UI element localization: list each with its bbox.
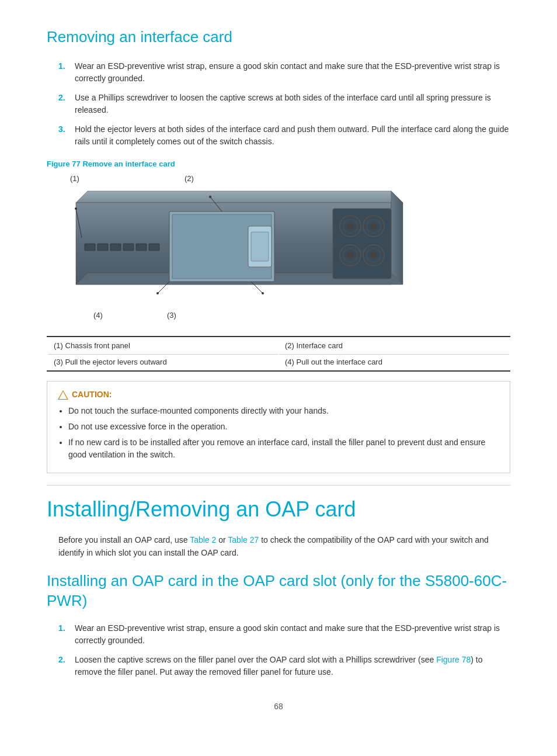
section-divider xyxy=(47,485,510,485)
step-1: 1. Wear an ESD-preventive wrist strap, e… xyxy=(58,60,510,85)
svg-point-26 xyxy=(370,252,377,259)
legend-col2-1: (2) Interface card xyxy=(279,338,509,353)
svg-marker-2 xyxy=(391,191,403,285)
svg-point-20 xyxy=(370,223,377,230)
svg-point-17 xyxy=(347,223,354,230)
svg-point-28 xyxy=(75,207,77,210)
step-2-num: 2. xyxy=(58,92,65,104)
legend-row-1: (1) Chassis front panel (2) Interface ca… xyxy=(48,338,509,353)
svg-marker-0 xyxy=(76,191,403,203)
svg-point-32 xyxy=(262,292,264,294)
intro-text-before: Before you install an OAP card, use xyxy=(58,535,190,545)
label-3: (3) xyxy=(167,311,176,320)
figure-container: Figure 77 Remove an interface card (1) (… xyxy=(47,159,510,372)
figure-top-labels: (1) (2) xyxy=(70,174,415,183)
step-2: 2. Use a Phillips screwdriver to loosen … xyxy=(58,92,510,116)
caution-item-2: Do not use excessive force in the operat… xyxy=(68,421,499,433)
legend-col1-1: (1) Chassis front panel xyxy=(48,338,278,353)
step-s3-2-num: 2. xyxy=(58,654,65,666)
figure-caption: Figure 77 Remove an interface card xyxy=(47,159,510,168)
legend-col2-2: (4) Pull out the interface card xyxy=(279,354,509,369)
legend-table: (1) Chassis front panel (2) Interface ca… xyxy=(47,336,510,372)
figure-bottom-labels: (4) (3) xyxy=(93,311,415,320)
figure78-link[interactable]: Figure 78 xyxy=(436,655,471,664)
label-2: (2) xyxy=(184,174,194,183)
steps-list-1: 1. Wear an ESD-preventive wrist strap, e… xyxy=(58,60,510,148)
label-4: (4) xyxy=(93,311,103,320)
figure-svg xyxy=(64,185,415,308)
step-s3-2: 2. Loosen the captive screws on the fill… xyxy=(58,654,510,678)
caution-box: CAUTION: Do not touch the surface-mounte… xyxy=(47,381,510,473)
svg-point-34 xyxy=(156,292,159,294)
caution-title: CAUTION: xyxy=(58,390,499,399)
step-s3-1-num: 1. xyxy=(58,622,65,634)
svg-rect-6 xyxy=(110,244,121,251)
section2-intro: Before you install an OAP card, use Tabl… xyxy=(58,533,510,560)
intro-or: or xyxy=(216,535,228,545)
caution-triangle-icon xyxy=(58,390,68,400)
section3-title: Installing an OAP card in the OAP card s… xyxy=(47,571,510,611)
legend-col1-2: (3) Pull the ejector levers outward xyxy=(48,354,278,369)
caution-item-1: Do not touch the surface-mounted compone… xyxy=(68,405,499,417)
page-number: 68 xyxy=(47,702,510,711)
table2-link[interactable]: Table 2 xyxy=(190,535,216,545)
page: Removing an interface card 1. Wear an ES… xyxy=(0,0,557,756)
step-s3-1-text: Wear an ESD-preventive wrist strap, ensu… xyxy=(75,623,500,645)
figure-wrapper: (1) (2) xyxy=(64,174,415,320)
section2-title: Installing/Removing an OAP card xyxy=(47,497,510,522)
svg-rect-13 xyxy=(251,232,269,261)
svg-rect-14 xyxy=(333,209,391,279)
steps-list-2: 1. Wear an ESD-preventive wrist strap, e… xyxy=(58,622,510,678)
step-1-num: 1. xyxy=(58,60,65,72)
svg-point-30 xyxy=(209,196,211,198)
step-3-text: Hold the ejector levers at both sides of… xyxy=(75,124,509,146)
step-3: 3. Hold the ejector levers at both sides… xyxy=(58,123,510,148)
table27-link[interactable]: Table 27 xyxy=(228,535,259,545)
svg-rect-7 xyxy=(123,244,134,251)
svg-rect-8 xyxy=(136,244,147,251)
svg-rect-9 xyxy=(149,244,159,251)
section1-title: Removing an interface card xyxy=(47,28,510,46)
step-s3-1: 1. Wear an ESD-preventive wrist strap, e… xyxy=(58,622,510,647)
label-1: (1) xyxy=(70,174,79,183)
svg-point-23 xyxy=(347,252,354,259)
caution-list: Do not touch the surface-mounted compone… xyxy=(68,405,499,461)
step-3-num: 3. xyxy=(58,123,65,136)
caution-item-3: If no new card is to be installed after … xyxy=(68,436,499,461)
svg-rect-5 xyxy=(98,244,108,251)
step-2-text: Use a Phillips screwdriver to loosen the… xyxy=(75,93,491,115)
caution-label: CAUTION: xyxy=(72,390,112,399)
svg-rect-4 xyxy=(85,244,95,251)
legend-row-2: (3) Pull the ejector levers outward (4) … xyxy=(48,354,509,369)
step-1-text: Wear an ESD-preventive wrist strap, ensu… xyxy=(75,61,500,83)
step-s3-2-text: Loosen the captive screws on the filler … xyxy=(75,655,436,664)
